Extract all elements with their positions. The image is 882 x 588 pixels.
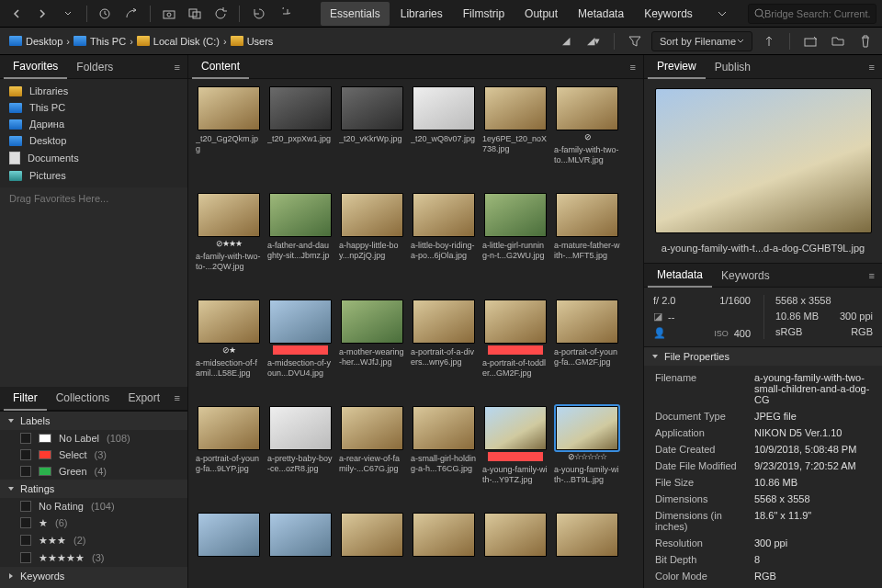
thumbnail[interactable]: _t20_Gg2Qkm.jpg [196, 86, 262, 165]
thumbnail[interactable]: ⊘☆☆☆☆☆a-young-family-with-...BT9L.jpg [554, 406, 620, 485]
thumbnail[interactable]: ⊘★a-midsection-of-famil...L58E.jpg [196, 300, 262, 379]
thumbnail-image[interactable] [484, 193, 547, 237]
thumbnail-image[interactable] [413, 513, 475, 557]
thumbnail-image[interactable] [198, 513, 260, 557]
thumbnail[interactable]: a-young-family-with-...Y9TZ.jpg [482, 406, 548, 485]
open-recent-icon[interactable] [799, 30, 821, 52]
checkbox[interactable] [20, 517, 31, 528]
thumbnail[interactable]: ⊘a-family-with-two-to...MLVR.jpg [554, 86, 620, 165]
thumbnail-image[interactable] [198, 300, 260, 344]
batch-icon[interactable] [184, 3, 206, 25]
thumbnail[interactable]: 1ey6PE_t20_noX738.jpg [482, 86, 548, 165]
filter-group-header[interactable]: Ratings [0, 480, 187, 498]
thumbnail[interactable]: a-pretty-baby-boy-ce...ozR8.jpg [267, 406, 334, 485]
filter-group-header[interactable]: Keywords [0, 567, 187, 585]
tab-content[interactable]: Content [192, 55, 249, 79]
thumbnail-image[interactable] [484, 86, 547, 130]
checkbox[interactable] [20, 466, 31, 477]
thumbnail[interactable] [196, 513, 262, 581]
thumbnail[interactable]: a-portrait-of-a-divers...wny6.jpg [411, 300, 477, 379]
filter-rating-row[interactable]: ★ (6) [0, 514, 187, 532]
favorite-item[interactable]: This PC [0, 99, 187, 116]
thumbnail-image[interactable] [556, 300, 618, 344]
new-folder-icon[interactable] [827, 30, 849, 52]
thumbnail-image[interactable] [269, 406, 332, 450]
tab-favorites[interactable]: Favorites [4, 55, 67, 79]
search-input[interactable] [764, 8, 870, 19]
thumbnail[interactable] [482, 513, 548, 581]
tab-collections[interactable]: Collections [47, 387, 119, 409]
thumbnail[interactable]: a-portrait-of-toddler...GM2F.jpg [482, 300, 548, 379]
thumbnail[interactable]: a-rear-view-of-family-...C67G.jpg [339, 406, 405, 485]
tab-keywords[interactable]: Keywords [712, 265, 779, 287]
thumbnail[interactable]: a-little-boy-riding-a-po...6jOla.jpg [411, 193, 477, 272]
funnel-icon[interactable] [624, 30, 646, 52]
thumbnail-image[interactable] [341, 300, 403, 344]
thumbnail[interactable]: a-midsection-of-youn...DVU4.jpg [267, 300, 334, 379]
favorite-item[interactable]: Documents [0, 149, 187, 167]
thumbnail-image[interactable] [484, 300, 547, 344]
favorite-item[interactable]: Desktop [0, 132, 187, 149]
rotate-ccw-icon[interactable] [247, 3, 269, 25]
thumbnail-image[interactable] [556, 86, 618, 130]
thumbnail-image[interactable] [556, 193, 618, 237]
filter-rating-row[interactable]: No Rating (104) [0, 498, 187, 514]
thumbnail-image[interactable] [413, 300, 475, 344]
sort-asc-icon[interactable] [758, 30, 780, 52]
filter-label-row[interactable]: Select (3) [0, 447, 187, 463]
tab-preview[interactable]: Preview [648, 55, 706, 79]
checkbox[interactable] [20, 535, 31, 546]
thumbnail[interactable]: a-little-girl-running-n-t...G2WU.jpg [482, 193, 548, 272]
thumbnail-image[interactable] [341, 406, 403, 450]
checkbox[interactable] [20, 449, 31, 460]
recent-icon[interactable] [95, 3, 117, 25]
chevron-down-icon[interactable] [57, 3, 79, 25]
breadcrumb-item[interactable]: Local Disk (C:) [133, 34, 223, 49]
thumbnail[interactable]: a-mature-father-with-...MFT5.jpg [554, 193, 620, 272]
thumbnail-image[interactable] [341, 86, 403, 130]
filter-label-row[interactable]: No Label (108) [0, 430, 187, 447]
back-icon[interactable] [6, 3, 28, 25]
tab-filter[interactable]: Filter [4, 387, 47, 411]
tab-publish[interactable]: Publish [706, 56, 760, 78]
workspace-tab-metadata[interactable]: Metadata [569, 2, 633, 26]
checkbox[interactable] [20, 552, 31, 563]
panel-menu-icon[interactable]: ≡ [865, 270, 878, 281]
filter-rating-row[interactable]: ★★★ (2) [0, 532, 187, 549]
forward-icon[interactable] [31, 3, 53, 25]
checkbox[interactable] [20, 501, 31, 512]
tab-export[interactable]: Export [119, 387, 169, 409]
breadcrumb-item[interactable]: Users [227, 34, 277, 49]
breadcrumb-item[interactable]: Desktop [6, 34, 66, 49]
filter-ramp2-icon[interactable]: ◢▾ [582, 30, 605, 52]
thumbnail-image[interactable] [484, 406, 547, 450]
thumbnail[interactable]: _t20_pxpXw1.jpg [267, 86, 334, 165]
thumbnail-image[interactable] [413, 193, 475, 237]
thumbnail[interactable]: a-small-girl-holding-a-h...T6CG.jpg [411, 406, 477, 485]
thumbnail[interactable]: _t20_wQ8v07.jpg [411, 86, 477, 165]
thumbnail-image[interactable] [341, 513, 403, 557]
global-search[interactable] [748, 4, 876, 24]
thumbnail[interactable]: a-father-and-daughty-sit...Jbmz.jpg [267, 193, 334, 272]
thumbnail-image[interactable] [484, 513, 547, 557]
tab-folders[interactable]: Folders [67, 56, 122, 78]
sort-dropdown[interactable]: Sort by Filename [651, 31, 752, 51]
thumbnail[interactable]: a-mother-wearing-her...WJfJ.jpg [339, 300, 405, 379]
thumbnail-image[interactable] [269, 193, 332, 237]
thumbnail[interactable] [411, 513, 477, 581]
thumbnail[interactable]: a-happy-little-boy...npZjQ.jpg [339, 193, 405, 272]
tab-metadata[interactable]: Metadata [648, 264, 712, 288]
workspace-tab-output[interactable]: Output [515, 2, 567, 26]
thumbnail[interactable] [267, 513, 334, 581]
panel-menu-icon[interactable]: ≡ [865, 62, 878, 73]
filter-group-header[interactable]: Author Name [0, 585, 187, 589]
workspace-tab-keywords[interactable]: Keywords [635, 2, 702, 26]
thumbnail[interactable]: ⊘★★★a-family-with-two-to-...2QW.jpg [196, 193, 262, 272]
breadcrumb-item[interactable]: This PC [70, 34, 130, 49]
workspace-tab-essentials[interactable]: Essentials [321, 2, 390, 26]
panel-menu-icon[interactable]: ≡ [171, 392, 184, 403]
thumbnail-image[interactable] [198, 193, 260, 237]
rotate-cw-icon[interactable] [273, 3, 295, 25]
trash-icon[interactable] [854, 30, 876, 52]
thumbnail-image[interactable] [198, 406, 260, 450]
